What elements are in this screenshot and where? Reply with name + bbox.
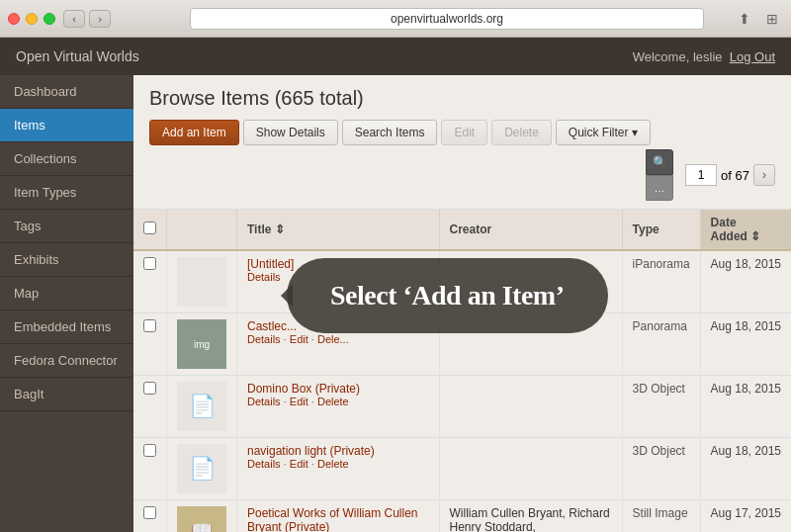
th-date-added: DateAdded ⇕ xyxy=(700,210,791,250)
row-checkbox[interactable] xyxy=(143,382,156,395)
share-icon[interactable]: ⬆ xyxy=(734,8,755,30)
item-actions: Details · Edit · Delete xyxy=(247,458,429,470)
close-button[interactable] xyxy=(8,13,20,25)
main-layout: Dashboard Items Collections Item Types T… xyxy=(0,75,791,532)
app-header: Open Virtual Worlds Welcome, leslie Log … xyxy=(0,38,791,75)
action-link[interactable]: Details xyxy=(247,271,281,283)
row-thumb-cell: 📄 xyxy=(167,376,237,438)
row-checkbox[interactable] xyxy=(143,319,156,332)
logout-link[interactable]: Log Out xyxy=(730,49,775,64)
th-checkbox xyxy=(133,210,167,250)
username: leslie xyxy=(693,49,723,64)
row-checkbox-cell xyxy=(133,376,167,438)
table-row: img Castlec... Details · Edit · Dele... … xyxy=(133,313,791,376)
action-link[interactable]: Details xyxy=(247,333,281,345)
items-table-container: Title ⇕ Creator Type DateAdded ⇕ [Untitl… xyxy=(133,210,791,532)
title-bar: ‹ › openvirtualworlds.org ⬆ ⊞ xyxy=(0,0,791,38)
table-row: 📖 Poetical Works of William Cullen Bryan… xyxy=(133,500,791,533)
th-type: Type xyxy=(622,210,700,250)
action-link[interactable]: Dele... xyxy=(317,333,349,345)
sidebar-item-bagit[interactable]: BagIt xyxy=(0,378,133,411)
table-row: 📄 Domino Box (Private) Details · Edit · … xyxy=(133,376,791,438)
items-table: Title ⇕ Creator Type DateAdded ⇕ [Untitl… xyxy=(133,210,791,532)
welcome-text: Welcome, xyxy=(633,49,690,64)
action-link[interactable]: Details xyxy=(247,458,281,470)
row-date-cell: Aug 17, 2015 xyxy=(700,500,791,533)
row-checkbox-cell xyxy=(133,438,167,500)
chevron-down-icon: ▾ xyxy=(632,126,638,139)
row-creator-cell xyxy=(439,250,622,313)
action-link[interactable]: Edit xyxy=(290,333,308,345)
row-type-cell: 3D Object xyxy=(622,376,700,438)
delete-button[interactable]: Delete xyxy=(491,120,552,145)
sidebar-item-items[interactable]: Items xyxy=(0,109,133,142)
row-type-cell: iPanorama xyxy=(622,250,700,313)
row-thumb-cell: 📖 xyxy=(167,500,237,533)
row-title-cell: navigation light (Private) Details · Edi… xyxy=(237,438,440,500)
sidebar-item-map[interactable]: Map xyxy=(0,277,133,310)
row-checkbox[interactable] xyxy=(143,257,156,270)
toolbar: Add an Item Show Details Search Items Ed… xyxy=(149,120,651,145)
sidebar-item-tags[interactable]: Tags xyxy=(0,210,133,243)
row-thumb-cell xyxy=(167,250,237,313)
minimize-button[interactable] xyxy=(26,13,38,25)
content-area: Browse Items (665 total) Add an Item Sho… xyxy=(133,75,791,532)
next-page-button[interactable]: › xyxy=(753,164,775,186)
row-title-cell: Castlec... Details · Edit · Dele... xyxy=(237,313,440,376)
row-creator-cell xyxy=(439,438,622,500)
user-info: Welcome, leslie Log Out xyxy=(633,49,775,64)
action-link[interactable]: Edit xyxy=(290,458,308,470)
item-title-link[interactable]: navigation light (Private) xyxy=(247,444,375,458)
th-title[interactable]: Title ⇕ xyxy=(237,210,440,250)
quick-filter-button[interactable]: Quick Filter ▾ xyxy=(556,120,651,145)
page-of-label: of 67 xyxy=(721,168,749,183)
new-tab-icon[interactable]: ⊞ xyxy=(761,8,783,30)
row-type-cell: Still Image xyxy=(622,500,700,533)
item-title-link[interactable]: [Untitled] xyxy=(247,257,294,271)
table-row: [Untitled] Details iPanorama Aug 18, 201… xyxy=(133,250,791,313)
item-title-link[interactable]: Castlec... xyxy=(247,319,297,333)
sidebar-item-embedded-items[interactable]: Embedded Items xyxy=(0,310,133,344)
select-all-checkbox[interactable] xyxy=(143,222,156,234)
sidebar-item-dashboard[interactable]: Dashboard xyxy=(0,75,133,109)
back-button[interactable]: ‹ xyxy=(63,10,85,28)
item-title-link[interactable]: Domino Box (Private) xyxy=(247,382,360,396)
item-actions: Details xyxy=(247,271,429,283)
content-header: Browse Items (665 total) Add an Item Sho… xyxy=(133,75,791,210)
search-items-button[interactable]: Search Items xyxy=(342,120,438,145)
row-title-cell: [Untitled] Details xyxy=(237,250,440,313)
url-bar[interactable]: openvirtualworlds.org xyxy=(190,8,704,30)
sidebar-item-item-types[interactable]: Item Types xyxy=(0,176,133,210)
pagination: of 67 › xyxy=(685,164,775,186)
options-button[interactable]: … xyxy=(646,175,673,201)
sidebar-item-collections[interactable]: Collections xyxy=(0,142,133,176)
action-link[interactable]: Delete xyxy=(317,458,349,470)
edit-button[interactable]: Edit xyxy=(441,120,487,145)
row-creator-cell xyxy=(439,376,622,438)
th-creator: Creator xyxy=(439,210,622,250)
row-checkbox[interactable] xyxy=(143,506,156,519)
maximize-button[interactable] xyxy=(44,13,55,25)
row-type-cell: Panorama xyxy=(622,313,700,376)
item-actions: Details · Edit · Dele... xyxy=(247,333,429,345)
sidebar-item-exhibits[interactable]: Exhibits xyxy=(0,243,133,277)
item-actions: Details · Edit · Delete xyxy=(247,396,429,407)
row-type-cell: 3D Object xyxy=(622,438,700,500)
toolbar-icons: ⬆ ⊞ xyxy=(734,8,783,30)
action-link[interactable]: Delete xyxy=(317,396,349,407)
show-details-button[interactable]: Show Details xyxy=(243,120,338,145)
row-title-cell: Poetical Works of William Cullen Bryant … xyxy=(237,500,440,533)
forward-button[interactable]: › xyxy=(89,10,111,28)
action-link[interactable]: Edit xyxy=(290,396,308,407)
action-link[interactable]: Details xyxy=(247,396,281,407)
row-checkbox-cell xyxy=(133,500,167,533)
item-title-link[interactable]: Poetical Works of William Cullen Bryant … xyxy=(247,506,418,532)
row-date-cell: Aug 18, 2015 xyxy=(700,313,791,376)
sidebar-item-fedora-connector[interactable]: Fedora Connector xyxy=(0,344,133,378)
row-checkbox[interactable] xyxy=(143,444,156,457)
search-button[interactable]: 🔍 xyxy=(646,149,673,175)
add-item-button[interactable]: Add an Item xyxy=(149,120,239,145)
row-thumb-cell: img xyxy=(167,313,237,376)
traffic-lights xyxy=(8,13,55,25)
page-number-input[interactable] xyxy=(685,164,717,186)
